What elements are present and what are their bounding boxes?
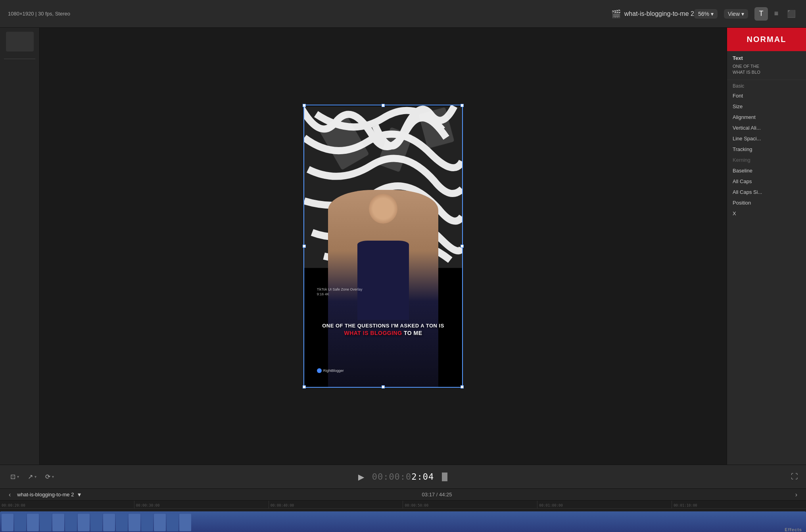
inspector-item-all-caps[interactable]: All Caps <box>727 176 806 187</box>
sidebar-divider <box>4 59 35 59</box>
left-sidebar <box>0 28 40 465</box>
text-icon-label: T <box>759 10 764 18</box>
inspector-item-font[interactable]: Font <box>727 90 806 101</box>
view-control[interactable]: View ▾ <box>724 9 748 19</box>
time-mark-5: 00:01:00:00 <box>537 501 672 508</box>
retiming-chevron-icon: ▾ <box>52 475 54 479</box>
view-label: View <box>728 11 740 17</box>
timeline-track[interactable]: 00:00:20:00 00:00:30:00 00:00:40:00 00:0… <box>0 501 806 532</box>
transform-tool-button[interactable]: ↗ ▾ <box>25 471 39 482</box>
filmstrip-frame <box>103 514 115 531</box>
playback-bar: ⊡ ▾ ↗ ▾ ⟳ ▾ ▶ 00:00:02:04 ⛶ <box>0 465 806 488</box>
timeline-time-display: 03:17 / 44:25 <box>422 492 452 498</box>
fullscreen-icon: ⛶ <box>791 473 798 480</box>
overlay-white-text: TO ME <box>402 330 422 336</box>
inspector-item-vertical-alignment[interactable]: Vertical Ali... <box>727 122 806 133</box>
inspector-item-kerning[interactable]: Kerning <box>727 155 806 165</box>
rightblogger-badge: RightBlogger <box>317 368 344 373</box>
kerning-label: Kerning <box>733 157 750 163</box>
all-caps-label: All Caps <box>733 178 752 184</box>
film-icon-label: ⬛ <box>787 10 796 18</box>
filmstrip-frame <box>27 514 39 531</box>
video-container: ONE OF THE QUESTIONS I'M ASKED A TON IS … <box>304 105 462 387</box>
filmstrip-frame <box>154 514 166 531</box>
filmstrip-frame <box>90 514 102 531</box>
filmstrip-frame <box>40 514 52 531</box>
preview-area: ONE OF THE QUESTIONS I'M ASKED A TON IS … <box>40 28 727 465</box>
film-icon: 🎬 <box>611 9 621 19</box>
time-mark-1: 00:00:20:00 <box>0 501 134 508</box>
inspector-item-tracking[interactable]: Tracking <box>727 144 806 155</box>
video-frame[interactable]: ONE OF THE QUESTIONS I'M ASKED A TON IS … <box>304 105 462 387</box>
text-section-title: Text <box>733 55 800 61</box>
inspector-item-position[interactable]: Position <box>727 197 806 208</box>
alignment-label: Alignment <box>733 114 756 120</box>
inspector-item-all-caps-size[interactable]: All Caps Si... <box>727 187 806 197</box>
timecode-gray: 00:00:0 <box>372 472 412 482</box>
film-inspector-icon[interactable]: ⬛ <box>785 7 798 21</box>
toolbar-left-buttons: ⊡ ▾ ↗ ▾ ⟳ ▾ <box>8 471 56 482</box>
creator-name: RightBlogger <box>323 369 344 373</box>
inspector-item-baseline[interactable]: Baseline <box>727 165 806 176</box>
time-mark-4: 00:00:50:00 <box>403 501 537 508</box>
line-spacing-label: Line Spaci... <box>733 136 761 142</box>
inspector-item-x[interactable]: X <box>727 208 806 219</box>
zoom-control[interactable]: 56% ▾ <box>694 9 718 19</box>
filmstrip-frame <box>167 514 178 531</box>
top-toolbar: 1080×1920 | 30 fps, Stereo 🎬 what-is-blo… <box>0 0 806 28</box>
view-chevron-icon: ▾ <box>741 11 744 17</box>
play-button[interactable]: ▶ <box>355 471 367 483</box>
crop-tool-button[interactable]: ⊡ ▾ <box>8 471 21 482</box>
timecode-white: 2:04 <box>411 472 434 482</box>
filmstrip-frame <box>129 514 140 531</box>
filmstrip-frame <box>52 514 64 531</box>
timeline-next-button[interactable]: › <box>793 490 800 499</box>
retiming-tool-button[interactable]: ⟳ ▾ <box>43 471 56 482</box>
timeline-header: ‹ what-is-blogging-to-me 2 ▾ 03:17 / 44:… <box>0 489 806 501</box>
tracking-label: Tracking <box>733 146 752 152</box>
inspector-icon-group: T ≡ ⬛ <box>754 7 798 21</box>
position-label: Position <box>733 200 751 206</box>
time-mark-2: 00:00:30:00 <box>134 501 269 508</box>
zoom-chevron-icon: ▾ <box>711 11 714 17</box>
overlay-line2: WHAT IS BLOGGING TO ME <box>312 330 454 336</box>
filmstrip-frame <box>78 514 90 531</box>
timeline-clip-main[interactable] <box>0 511 806 532</box>
main-content: ONE OF THE QUESTIONS I'M ASKED A TON IS … <box>0 28 806 465</box>
timeline-ruler: 00:00:20:00 00:00:30:00 00:00:40:00 00:0… <box>0 501 806 509</box>
filmstrip-frames <box>0 512 806 532</box>
right-inspector-panel: NORMAL Text ONE OF THE WHAT IS BLO Basic… <box>727 28 806 465</box>
tiktok-label: TikTok UI Safe Zone Overlay <box>317 287 363 291</box>
size-label: Size <box>733 103 743 109</box>
inspector-item-line-spacing[interactable]: Line Spaci... <box>727 133 806 144</box>
sidebar-thumbnail <box>6 32 34 52</box>
style-badge: NORMAL <box>727 28 806 51</box>
tiktok-overlay: TikTok UI Safe Zone Overlay 9:16 4K <box>317 287 363 297</box>
filmstrip-frame <box>2 514 13 531</box>
tiktok-sub: 9:16 4K <box>317 292 363 296</box>
time-mark-6: 00:01:10:00 <box>672 501 806 508</box>
clip-name: what-is-blogging-to-me 2 <box>624 10 694 17</box>
video-text-overlay: ONE OF THE QUESTIONS I'M ASKED A TON IS … <box>312 323 454 336</box>
playhead-indicator <box>442 473 447 481</box>
filmstrip-frame <box>65 514 77 531</box>
inspector-item-alignment[interactable]: Alignment <box>727 112 806 122</box>
transform-icon: ↗ <box>28 473 33 480</box>
timeline-prev-button[interactable]: ‹ <box>6 490 13 499</box>
basic-section-label: Basic <box>727 80 806 90</box>
font-label: Font <box>733 93 743 99</box>
zoom-value: 56% <box>698 11 709 17</box>
text-preview-line1: ONE OF THE <box>733 63 800 69</box>
text-section: Text ONE OF THE WHAT IS BLO <box>727 51 806 80</box>
text-preview-line2: WHAT IS BLO <box>733 69 800 75</box>
inspector-item-size[interactable]: Size <box>727 101 806 112</box>
play-icon: ▶ <box>358 472 364 482</box>
timeline-area: ‹ what-is-blogging-to-me 2 ▾ 03:17 / 44:… <box>0 488 806 532</box>
top-bar-right: 56% ▾ View ▾ T ≡ ⬛ <box>694 7 798 21</box>
list-icon-label: ≡ <box>774 10 779 18</box>
fullscreen-button[interactable]: ⛶ <box>791 473 798 481</box>
list-inspector-icon[interactable]: ≡ <box>770 7 783 21</box>
timeline-nav: ‹ what-is-blogging-to-me 2 ▾ <box>6 490 81 499</box>
playback-controls: ▶ 00:00:02:04 <box>355 471 451 483</box>
text-inspector-icon[interactable]: T <box>754 7 768 21</box>
